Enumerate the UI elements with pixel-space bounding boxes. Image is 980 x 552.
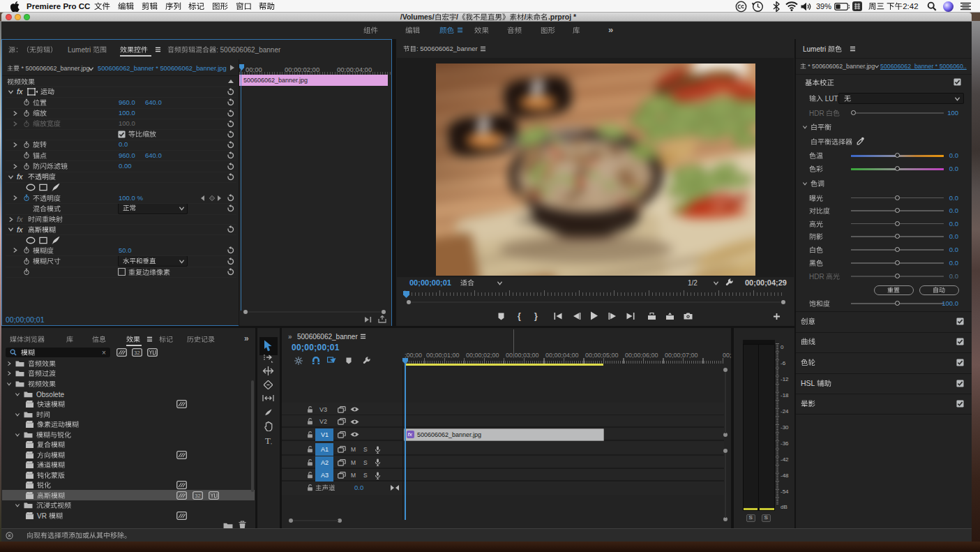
- svg-text:32: 32: [195, 493, 200, 499]
- svg-text:32: 32: [134, 350, 140, 356]
